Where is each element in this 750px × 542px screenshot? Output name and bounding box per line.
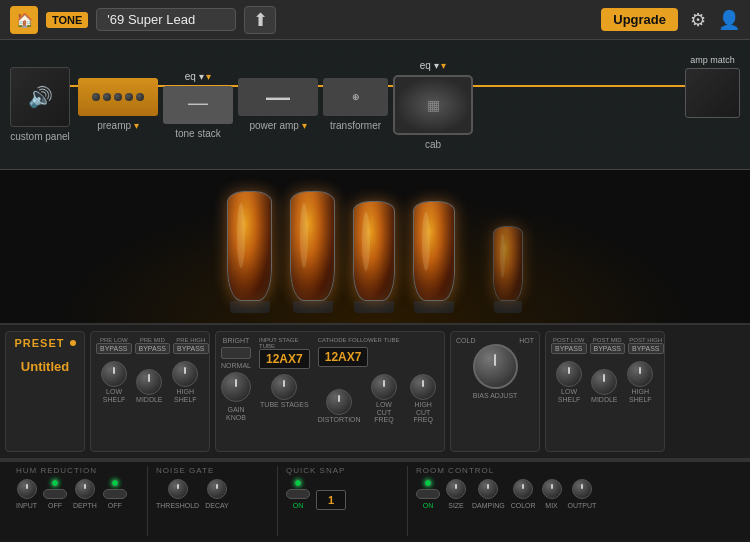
snap-display[interactable]: 1 (316, 490, 346, 510)
post-high-shelf-knob[interactable] (627, 361, 653, 387)
middle-knob[interactable] (136, 369, 162, 395)
snap-toggle[interactable] (286, 489, 310, 499)
tube-stages-knob[interactable] (271, 374, 297, 400)
high-shelf-knob[interactable] (172, 361, 198, 387)
post-middle-knob[interactable] (591, 369, 617, 395)
depth-col: DEPTH (73, 479, 97, 510)
snap-title: QUICK SNAP (286, 466, 345, 475)
distortion-knob[interactable] (326, 389, 352, 415)
eq-label-1[interactable]: eq ▾ (185, 71, 212, 82)
room-control-section: ROOM CONTROL ON SIZE DAMPING COLOR MIX (408, 466, 638, 536)
post-low-shelf-knob[interactable] (556, 361, 582, 387)
hum-toggle2[interactable] (103, 489, 127, 499)
chain-item-transformer[interactable]: ⊕ transformer (323, 78, 388, 131)
tube-glass-2 (290, 191, 335, 301)
settings-button[interactable]: ⚙ (690, 9, 706, 31)
hum-off-label: OFF (48, 502, 62, 510)
custom-panel-label: custom panel (10, 131, 69, 142)
chain-item-custom-panel[interactable]: 🔊 custom panel (10, 67, 70, 142)
home-button[interactable]: 🏠 (10, 6, 38, 34)
tube-3 (353, 201, 395, 313)
preamp-knob-4 (125, 93, 133, 101)
output-col: OUTPUT (568, 479, 597, 510)
upgrade-button[interactable]: Upgrade (601, 8, 678, 31)
noise-gate-section: NOISE GATE THRESHOLD DECAY (148, 466, 278, 536)
hum-toggle[interactable] (43, 489, 67, 499)
tube-glass-1 (227, 191, 272, 301)
power-amp-thumb: ▬▬▬ (238, 78, 318, 116)
low-cut-label: LOW CUT FREQ (369, 401, 400, 424)
controls-section: PRESET Untitled PRE LOW BYPASS PRE MID B… (0, 325, 750, 460)
size-label: SIZE (448, 502, 464, 510)
post-middle-col: MIDDLE (591, 369, 617, 404)
input-tube-selector[interactable]: 12AX7 (259, 349, 310, 369)
cold-hot-labels: COLD HOT (456, 337, 534, 344)
output-knob[interactable] (572, 479, 592, 499)
normal-label: NORMAL (221, 362, 251, 369)
eq-label-2[interactable]: eq ▾ (420, 60, 447, 71)
transformer-thumb: ⊕ (323, 78, 388, 116)
chain-item-tonestack[interactable]: eq ▾ ━━━━ tone stack (163, 71, 233, 139)
mix-knob[interactable] (542, 479, 562, 499)
decay-label: DECAY (205, 502, 229, 510)
high-cut-label: HIGH CUT FREQ (407, 401, 439, 424)
user-button[interactable]: 👤 (718, 9, 740, 31)
input-tube-label: INPUT STAGE TUBE (259, 337, 310, 349)
bias-knob[interactable] (473, 344, 518, 389)
tube-5 (493, 226, 523, 313)
post-low-shelf-label: LOW SHELF (551, 388, 587, 403)
tone-stack-label: tone stack (175, 128, 221, 139)
pre-mid-bypass[interactable]: BYPASS (135, 343, 171, 354)
post-high-bypass[interactable]: BYPASS (628, 343, 664, 354)
cold-label: COLD (456, 337, 475, 344)
tube-glass-4 (413, 201, 455, 301)
chain-item-preamp[interactable]: preamp (78, 78, 158, 131)
depth-knob[interactable] (75, 479, 95, 499)
hum-reduction-section: HUM REDUCTION INPUT OFF DEPTH OFF (8, 466, 148, 536)
save-button[interactable]: ⬆ (244, 6, 276, 34)
damping-knob[interactable] (478, 479, 498, 499)
amp-match-label: amp match (690, 55, 735, 65)
pre-low-col: PRE LOW BYPASS (96, 337, 132, 354)
pre-eq-knobs: LOW SHELF MIDDLE HIGH SHELF (96, 361, 204, 403)
color-knob[interactable] (513, 479, 533, 499)
post-mid-bypass[interactable]: BYPASS (590, 343, 626, 354)
post-mid-col: POST MID BYPASS (590, 337, 626, 354)
high-cut-knob[interactable] (410, 374, 436, 400)
post-eq-panel: POST LOW BYPASS POST MID BYPASS POST HIG… (545, 331, 665, 452)
damping-label: DAMPING (472, 502, 505, 510)
pre-mid-col: PRE MID BYPASS (135, 337, 171, 354)
post-low-bypass[interactable]: BYPASS (551, 343, 587, 354)
input-knob[interactable] (17, 479, 37, 499)
pre-low-bypass[interactable]: BYPASS (96, 343, 132, 354)
bias-adjust-label: BIAS ADJUST (473, 392, 518, 400)
bright-toggle[interactable] (221, 347, 251, 359)
amp-match-box[interactable]: amp match (685, 55, 740, 118)
tube-base-1 (230, 301, 270, 313)
middle-col: MIDDLE (136, 369, 162, 404)
low-shelf-knob[interactable] (101, 361, 127, 387)
low-cut-knob[interactable] (371, 374, 397, 400)
cathode-tube-selector[interactable]: 12AX7 (318, 347, 369, 367)
room-toggle[interactable] (416, 489, 440, 499)
post-low-col: POST LOW BYPASS (551, 337, 587, 354)
pre-high-bypass[interactable]: BYPASS (173, 343, 209, 354)
preamp-knob-2 (103, 93, 111, 101)
chain-item-poweramp[interactable]: ▬▬▬ power amp (238, 78, 318, 131)
decay-knob[interactable] (207, 479, 227, 499)
amp-match-thumb (685, 68, 740, 118)
room-title: ROOM CONTROL (416, 466, 494, 475)
chain-item-cab[interactable]: eq ▾ ▦ cab (393, 60, 473, 150)
threshold-knob[interactable] (168, 479, 188, 499)
pre-eq-panel: PRE LOW BYPASS PRE MID BYPASS PRE HIGH B… (90, 331, 210, 452)
bias-knob-container (473, 344, 518, 389)
noise-title: NOISE GATE (156, 466, 214, 475)
hum-on2-col: OFF (103, 479, 127, 510)
size-knob[interactable] (446, 479, 466, 499)
threshold-label: THRESHOLD (156, 502, 199, 510)
size-col: SIZE (446, 479, 466, 510)
post-low-shelf-col: LOW SHELF (551, 361, 587, 403)
gain-knob[interactable] (221, 372, 251, 402)
preset-name-input[interactable] (96, 8, 236, 31)
preamp-knob-1 (92, 93, 100, 101)
